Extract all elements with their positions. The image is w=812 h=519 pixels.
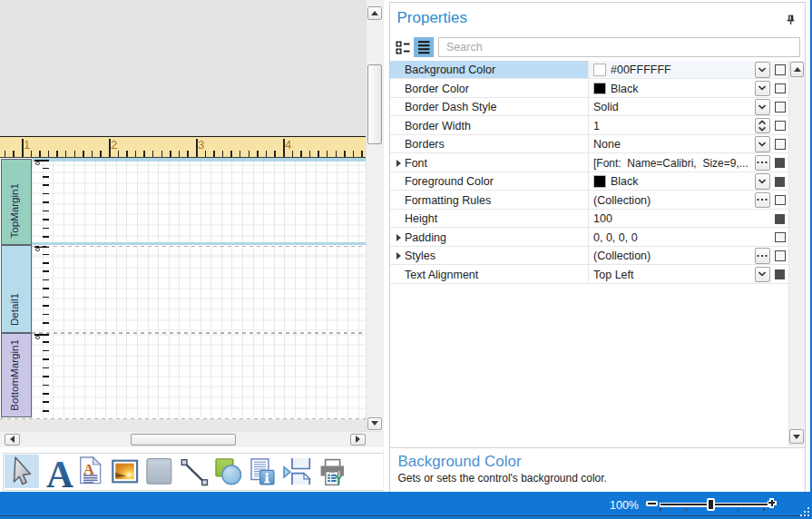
svg-text:A: A — [46, 454, 73, 493]
